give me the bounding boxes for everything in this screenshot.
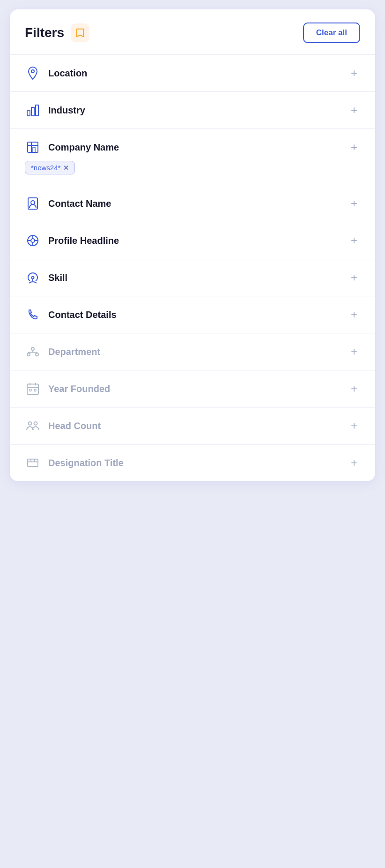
- filter-item-industry: Industry +: [10, 92, 375, 129]
- filter-item-location: Location +: [10, 55, 375, 92]
- contact-details-icon: [25, 307, 41, 323]
- profile-headline-add-button[interactable]: +: [348, 234, 360, 247]
- svg-rect-3: [36, 105, 38, 116]
- designation-icon: [25, 455, 41, 471]
- year-founded-label: Year Founded: [48, 384, 110, 394]
- location-icon: [25, 65, 41, 81]
- filter-item-designation-title: Designation Title +: [10, 445, 375, 481]
- head-count-label: Head Count: [48, 421, 101, 431]
- company-icon: [25, 139, 41, 155]
- location-label: Location: [48, 68, 87, 79]
- profile-icon: [25, 233, 41, 249]
- filter-item-head-count: Head Count +: [10, 408, 375, 445]
- contact-details-add-button[interactable]: +: [348, 308, 360, 321]
- svg-point-20: [36, 353, 38, 356]
- svg-rect-29: [30, 389, 31, 391]
- contact-icon: [25, 196, 41, 211]
- filter-list: Location + Industry +: [10, 55, 375, 481]
- svg-point-11: [31, 239, 35, 242]
- filter-item-profile-headline: Profile Headline +: [10, 222, 375, 259]
- contact-name-add-button[interactable]: +: [348, 197, 360, 210]
- svg-point-9: [31, 201, 35, 204]
- svg-point-19: [27, 353, 30, 356]
- contact-name-label: Contact Name: [48, 198, 111, 209]
- year-founded-icon: [25, 381, 41, 397]
- skill-icon: [25, 270, 41, 286]
- bookmark-icon: [75, 28, 85, 38]
- filter-item-skill: Skill +: [10, 259, 375, 296]
- head-count-add-button[interactable]: +: [348, 419, 360, 432]
- svg-rect-30: [34, 389, 36, 391]
- industry-icon: [25, 102, 41, 118]
- profile-headline-label: Profile Headline: [48, 235, 119, 246]
- svg-rect-2: [31, 107, 34, 116]
- svg-point-18: [31, 347, 34, 350]
- head-count-icon: [25, 418, 41, 434]
- company-name-tag-0: *news24* ✕: [25, 161, 75, 174]
- filters-card: Filters Clear all Locat: [10, 9, 375, 481]
- industry-add-button[interactable]: +: [348, 104, 360, 117]
- designation-title-label: Designation Title: [48, 458, 124, 468]
- svg-point-32: [34, 422, 37, 425]
- svg-rect-1: [27, 110, 30, 116]
- filter-item-year-founded: Year Founded +: [10, 370, 375, 408]
- svg-rect-25: [27, 384, 38, 394]
- skill-add-button[interactable]: +: [348, 271, 360, 284]
- contact-details-label: Contact Details: [48, 309, 117, 320]
- department-add-button[interactable]: +: [348, 345, 360, 358]
- tag-text: *news24*: [31, 164, 60, 172]
- svg-rect-33: [28, 459, 38, 467]
- filters-header: Filters Clear all: [10, 9, 375, 55]
- tag-close-button[interactable]: ✕: [63, 164, 69, 172]
- department-icon: [25, 344, 41, 360]
- svg-point-31: [29, 422, 32, 425]
- year-founded-add-button[interactable]: +: [348, 382, 360, 395]
- filter-item-company-name: Company Name + *news24* ✕: [10, 129, 375, 185]
- filter-item-contact-name: Contact Name +: [10, 185, 375, 222]
- header-left: Filters: [25, 23, 89, 42]
- company-name-label: Company Name: [48, 142, 119, 153]
- svg-rect-7: [33, 147, 35, 152]
- svg-point-0: [31, 70, 34, 73]
- department-label: Department: [48, 347, 100, 357]
- location-add-button[interactable]: +: [348, 67, 360, 80]
- filter-item-contact-details: Contact Details +: [10, 296, 375, 333]
- designation-title-add-button[interactable]: +: [348, 456, 360, 469]
- clear-all-button[interactable]: Clear all: [303, 23, 360, 43]
- svg-point-16: [32, 277, 34, 279]
- company-name-add-button[interactable]: +: [348, 141, 360, 154]
- bookmark-icon-wrap: [71, 23, 89, 42]
- filters-title: Filters: [25, 25, 64, 40]
- industry-label: Industry: [48, 105, 85, 116]
- company-name-tags: *news24* ✕: [25, 161, 360, 174]
- filter-item-department: Department +: [10, 333, 375, 370]
- skill-label: Skill: [48, 272, 67, 283]
